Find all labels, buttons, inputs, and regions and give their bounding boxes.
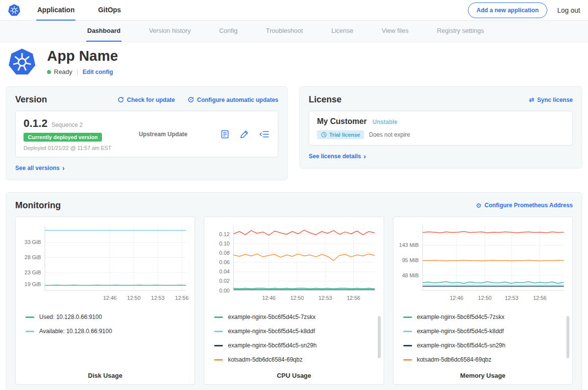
configure-auto-updates-label: Configure automatic updates <box>197 97 278 103</box>
nav-tab-application[interactable]: Application <box>36 0 75 21</box>
legend-color-dash <box>25 317 34 318</box>
deployed-timestamp: Deployed 01/21/22 @ 11:57 am EST <box>24 145 111 151</box>
legend-item[interactable]: example-nginx-5bc6f5d4c5-sn29h <box>214 339 373 353</box>
page-title: App Name <box>47 48 118 64</box>
legend-item[interactable]: Available: 10.128.0.66:9100 <box>25 324 185 339</box>
tab-registry-settings[interactable]: Registry settings <box>436 21 485 42</box>
legend-color-dash <box>403 359 412 361</box>
svg-text:12:46: 12:46 <box>262 295 276 301</box>
tab-version-history[interactable]: Version history <box>148 21 192 42</box>
configure-prometheus-button[interactable]: ⚙ Configure Prometheus Address <box>476 202 573 209</box>
check-update-label: Check for update <box>127 97 175 103</box>
channel-label: Unstable <box>372 119 397 125</box>
sequence-label: Sequence 2 <box>51 122 83 128</box>
charts-row: 33 GiB28 GiB23 GiB19 GiB12:4612:5012:531… <box>15 217 573 385</box>
svg-text:0.12: 0.12 <box>220 231 230 237</box>
monitoring-card: Monitoring ⚙ Configure Prometheus Addres… <box>6 192 582 390</box>
see-all-versions-label: See all versions <box>15 165 60 171</box>
gear-icon: ⚙ <box>476 202 482 209</box>
legend-item[interactable]: kotsadm-5db6dc6584-69qbz <box>403 353 563 367</box>
svg-text:12:53: 12:53 <box>318 295 332 301</box>
diff-icon[interactable] <box>259 129 270 139</box>
version-number: 0.1.2 <box>24 117 48 130</box>
clock-icon <box>321 132 327 138</box>
top-navbar: Application GitOps Add a new application… <box>0 0 588 21</box>
svg-text:12:56: 12:56 <box>175 295 189 301</box>
license-box: My Customer Unstable Trial license Does … <box>309 111 573 146</box>
sync-license-button[interactable]: ⇄ Sync license <box>529 97 573 103</box>
svg-text:12:50: 12:50 <box>291 295 304 301</box>
svg-text:28 GiB: 28 GiB <box>24 254 41 260</box>
release-notes-icon[interactable] <box>220 129 230 139</box>
legend-item[interactable]: example-nginx-5bc6f5d4c5-sn29h <box>403 339 563 353</box>
auto-update-icon <box>188 97 194 103</box>
app-header: App Name Ready Edit config <box>0 42 588 84</box>
svg-text:33 GiB: 33 GiB <box>24 239 41 245</box>
svg-text:12:53: 12:53 <box>151 295 165 301</box>
refresh-icon <box>118 97 124 103</box>
legend-item[interactable]: example-nginx-5bc6f5d4c5-7zskx <box>403 310 563 324</box>
legend-label: kotsadm-5db6dc6584-69qbz <box>228 356 302 363</box>
version-card-title: Version <box>15 95 47 105</box>
edit-icon[interactable] <box>240 129 249 139</box>
legend-label: Used: 10.128.0.66:9100 <box>39 314 102 320</box>
tab-dashboard[interactable]: Dashboard <box>86 21 122 42</box>
cpu-usage-chart: 0.120.100.080.060.040.020.0012:4612:5012… <box>204 217 384 385</box>
see-license-details-link[interactable]: See license details › <box>309 152 366 160</box>
cpu-usage-plot: 0.120.100.080.060.040.020.0012:4612:5012… <box>208 222 379 304</box>
tab-license[interactable]: License <box>330 21 354 42</box>
memory-usage-legend: example-nginx-5bc6f5d4c5-7zskxexample-ng… <box>397 310 568 368</box>
edit-config-link[interactable]: Edit config <box>83 69 113 75</box>
legend-color-dash <box>403 345 412 346</box>
memory-usage-plot: 143 MiB95 MiB48 MiB12:4612:5012:5312:56 <box>397 222 568 304</box>
top-nav-tabs: Application GitOps <box>36 0 144 21</box>
disk-usage-title: Disk Usage <box>20 372 191 379</box>
version-card: Version Check for update Configure autom… <box>6 86 288 180</box>
legend-label: example-nginx-5bc6f5d4c5-k8ddf <box>417 328 504 335</box>
legend-item[interactable]: Used: 10.128.0.66:9100 <box>25 310 185 324</box>
sync-icon: ⇄ <box>529 97 534 103</box>
svg-text:12:50: 12:50 <box>478 295 491 301</box>
tab-troubleshoot[interactable]: Troubleshoot <box>265 21 304 42</box>
see-all-versions-link[interactable]: See all versions › <box>15 164 65 171</box>
legend-item[interactable]: example-nginx-5bc6f5d4c5-7zskx <box>214 310 373 324</box>
legend-color-dash <box>403 317 412 318</box>
legend-label: example-nginx-5bc6f5d4c5-7zskx <box>417 314 505 320</box>
logout-button[interactable]: Log out <box>557 6 580 14</box>
disk-usage-plot: 33 GiB28 GiB23 GiB19 GiB12:4612:5012:531… <box>20 222 191 304</box>
disk-usage-chart: 33 GiB28 GiB23 GiB19 GiB12:4612:5012:531… <box>15 217 195 385</box>
chevron-right-icon: › <box>62 164 65 171</box>
legend-scrollbar[interactable] <box>566 316 569 358</box>
trial-license-badge: Trial license <box>317 130 364 139</box>
legend-item[interactable]: example-nginx-5bc6f5d4c5-k8ddf <box>403 324 563 339</box>
legend-item[interactable]: kotsadm-5db6dc6584-69qbz <box>214 353 373 367</box>
memory-usage-title: Memory Usage <box>397 372 568 379</box>
check-for-update-button[interactable]: Check for update <box>118 97 175 103</box>
configure-automatic-updates-button[interactable]: Configure automatic updates <box>188 97 278 103</box>
tab-view-files[interactable]: View files <box>381 21 410 42</box>
svg-text:143 MiB: 143 MiB <box>399 242 418 248</box>
add-application-button[interactable]: Add a new application <box>468 2 548 18</box>
legend-label: example-nginx-5bc6f5d4c5-k8ddf <box>228 328 315 335</box>
svg-text:23 GiB: 23 GiB <box>24 269 41 275</box>
nav-tab-gitops[interactable]: GitOps <box>97 0 122 21</box>
memory-usage-chart: 143 MiB95 MiB48 MiB12:4612:5012:5312:56 … <box>393 217 573 385</box>
svg-text:0.08: 0.08 <box>220 250 230 256</box>
svg-text:95 MiB: 95 MiB <box>402 257 418 263</box>
legend-item[interactable]: example-nginx-5bc6f5d4c5-k8ddf <box>214 324 373 339</box>
divider <box>77 69 78 75</box>
tab-config[interactable]: Config <box>218 21 239 42</box>
license-card-title: License <box>309 95 342 105</box>
legend-color-dash <box>214 331 223 332</box>
current-version-box: 0.1.2 Sequence 2 Currently deployed vers… <box>15 111 278 157</box>
legend-scrollbar[interactable] <box>378 316 381 358</box>
svg-text:12:53: 12:53 <box>505 295 518 301</box>
monitoring-title: Monitoring <box>15 200 61 211</box>
legend-color-dash <box>214 317 223 318</box>
svg-text:12:46: 12:46 <box>450 295 464 301</box>
svg-text:19 GiB: 19 GiB <box>24 281 41 287</box>
svg-text:48 MiB: 48 MiB <box>402 272 418 278</box>
legend-label: example-nginx-5bc6f5d4c5-7zskx <box>228 314 316 320</box>
svg-text:12:50: 12:50 <box>127 295 141 301</box>
cpu-usage-title: CPU Usage <box>208 372 379 379</box>
